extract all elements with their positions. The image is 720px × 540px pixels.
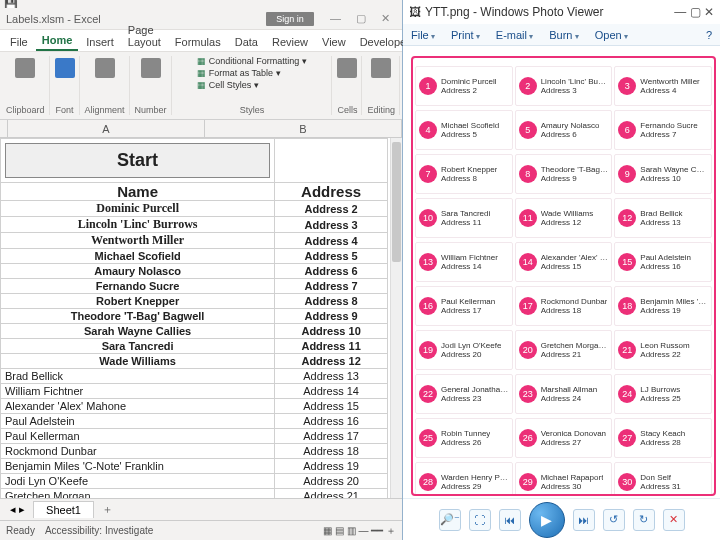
table-row[interactable]: Dominic PurcellAddress 2 xyxy=(1,201,388,217)
menu-print[interactable]: Print xyxy=(451,29,480,41)
view-controls[interactable]: ▦ ▤ ▥ — ━━ ＋ xyxy=(323,524,396,538)
cell-address[interactable]: Address 15 xyxy=(275,399,388,414)
cell-name[interactable]: Amaury Nolasco xyxy=(1,264,275,279)
table-row[interactable]: Sarah Wayne CalliesAddress 10 xyxy=(1,324,388,339)
add-sheet-button[interactable]: ＋ xyxy=(102,502,113,517)
table-row[interactable]: Robert KnepperAddress 8 xyxy=(1,294,388,309)
vertical-scrollbar[interactable] xyxy=(390,138,402,498)
menu-burn[interactable]: Burn xyxy=(549,29,578,41)
table-row[interactable]: Theodore 'T-Bag' BagwellAddress 9 xyxy=(1,309,388,324)
tab-insert[interactable]: Insert xyxy=(80,33,120,51)
table-row[interactable]: Paul AdelsteinAddress 16 xyxy=(1,414,388,429)
table-row[interactable]: Wade WilliamsAddress 12 xyxy=(1,354,388,369)
tab-data[interactable]: Data xyxy=(229,33,264,51)
window-controls[interactable]: — ▢ ✕ xyxy=(330,12,396,25)
tab-review[interactable]: Review xyxy=(266,33,314,51)
cell-address[interactable]: Address 5 xyxy=(275,249,388,264)
cell-address[interactable]: Address 19 xyxy=(275,459,388,474)
cell-address[interactable]: Address 4 xyxy=(275,233,388,249)
cell-name[interactable]: Michael Scofield xyxy=(1,249,275,264)
cell-name[interactable]: Alexander 'Alex' Mahone xyxy=(1,399,275,414)
table-row[interactable]: Rockmond DunbarAddress 18 xyxy=(1,444,388,459)
menu-open[interactable]: Open xyxy=(595,29,628,41)
cell-address[interactable]: Address 6 xyxy=(275,264,388,279)
cell-name[interactable]: Wentworth Miller xyxy=(1,233,275,249)
tab-view[interactable]: View xyxy=(316,33,352,51)
style-item[interactable]: Cell Styles ▾ xyxy=(197,80,307,90)
cell-address[interactable]: Address 18 xyxy=(275,444,388,459)
tab-home[interactable]: Home xyxy=(36,31,79,51)
cell-name[interactable]: Gretchen Morgan… xyxy=(1,489,275,499)
style-item[interactable]: Conditional Formatting ▾ xyxy=(197,56,307,66)
cell-name[interactable]: Brad Bellick xyxy=(1,369,275,384)
start-button[interactable]: Start xyxy=(5,143,270,178)
cell-address[interactable]: Address 3 xyxy=(275,217,388,233)
cell-name[interactable]: Sarah Wayne Callies xyxy=(1,324,275,339)
cell-address[interactable]: Address 11 xyxy=(275,339,388,354)
col-b[interactable]: B xyxy=(205,120,402,137)
table-row[interactable]: Lincoln 'Linc' BurrowsAddress 3 xyxy=(1,217,388,233)
font-icon[interactable] xyxy=(55,58,75,78)
table-row[interactable]: Sara TancrediAddress 11 xyxy=(1,339,388,354)
cell-address[interactable]: Address 12 xyxy=(275,354,388,369)
cell-address[interactable]: Address 10 xyxy=(275,324,388,339)
prev-icon[interactable]: ⏮ xyxy=(499,509,521,531)
align-icon[interactable] xyxy=(95,58,115,78)
cell-name[interactable]: Fernando Sucre xyxy=(1,279,275,294)
cell-name[interactable]: Paul Kellerman xyxy=(1,429,275,444)
cell-address[interactable]: Address 16 xyxy=(275,414,388,429)
table-row[interactable]: Benjamin Miles 'C-Note' FranklinAddress … xyxy=(1,459,388,474)
cell-address[interactable]: Address 14 xyxy=(275,384,388,399)
menu-file[interactable]: File xyxy=(411,29,435,41)
table-row[interactable]: Wentworth MillerAddress 4 xyxy=(1,233,388,249)
wpv-window-controls[interactable]: — ▢ ✕ xyxy=(674,5,714,19)
table-row[interactable]: Amaury NolascoAddress 6 xyxy=(1,264,388,279)
cell-address[interactable]: Address 17 xyxy=(275,429,388,444)
cell-name[interactable]: Benjamin Miles 'C-Note' Franklin xyxy=(1,459,275,474)
cell-name[interactable]: Robert Knepper xyxy=(1,294,275,309)
table-row[interactable]: Alexander 'Alex' MahoneAddress 15 xyxy=(1,399,388,414)
cell-address[interactable]: Address 9 xyxy=(275,309,388,324)
cell-name[interactable]: Sara Tancredi xyxy=(1,339,275,354)
cell-address[interactable]: Address 7 xyxy=(275,279,388,294)
table-row[interactable]: Michael ScofieldAddress 5 xyxy=(1,249,388,264)
cell-name[interactable]: Jodi Lyn O'Keefe xyxy=(1,474,275,489)
cells-icon[interactable] xyxy=(337,58,357,78)
cell-name[interactable]: William Fichtner xyxy=(1,384,275,399)
table-row[interactable]: Brad BellickAddress 13 xyxy=(1,369,388,384)
fit-icon[interactable]: ⛶ xyxy=(469,509,491,531)
signin-button[interactable]: Sign in xyxy=(266,12,314,26)
cell-name[interactable]: Rockmond Dunbar xyxy=(1,444,275,459)
cell-name[interactable]: Wade Williams xyxy=(1,354,275,369)
sheet-nav[interactable]: ◂ ▸ xyxy=(10,503,25,516)
grid-body[interactable]: Start NameAddress Dominic PurcellAddress… xyxy=(0,138,402,498)
table-row[interactable]: Jodi Lyn O'KeefeAddress 20 xyxy=(1,474,388,489)
menu-e-mail[interactable]: E-mail xyxy=(496,29,533,41)
col-a[interactable]: A xyxy=(8,120,205,137)
cell-name[interactable]: Theodore 'T-Bag' Bagwell xyxy=(1,309,275,324)
tab-formulas[interactable]: Formulas xyxy=(169,33,227,51)
styles-list[interactable]: Conditional Formatting ▾Format as Table … xyxy=(197,56,307,90)
play-button[interactable]: ▶ xyxy=(529,502,565,538)
table-row[interactable]: Fernando SucreAddress 7 xyxy=(1,279,388,294)
cell-name[interactable]: Lincoln 'Linc' Burrows xyxy=(1,217,275,233)
table-row[interactable]: William FichtnerAddress 14 xyxy=(1,384,388,399)
cell-address[interactable]: Address 8 xyxy=(275,294,388,309)
editing-icon[interactable] xyxy=(371,58,391,78)
table-row[interactable]: Paul KellermanAddress 17 xyxy=(1,429,388,444)
paste-icon[interactable] xyxy=(15,58,35,78)
percent-icon[interactable] xyxy=(141,58,161,78)
rotate-ccw-icon[interactable]: ↺ xyxy=(603,509,625,531)
delete-icon[interactable]: ✕ xyxy=(663,509,685,531)
next-icon[interactable]: ⏭ xyxy=(573,509,595,531)
tab-file[interactable]: File xyxy=(4,33,34,51)
table-row[interactable]: Gretchen Morgan…Address 21 xyxy=(1,489,388,499)
cell-name[interactable]: Dominic Purcell xyxy=(1,201,275,217)
help-icon[interactable]: ? xyxy=(706,29,712,41)
tab-page-layout[interactable]: Page Layout xyxy=(122,21,167,51)
cell-address[interactable]: Address 13 xyxy=(275,369,388,384)
style-item[interactable]: Format as Table ▾ xyxy=(197,68,307,78)
cell-name[interactable]: Paul Adelstein xyxy=(1,414,275,429)
zoom-out-icon[interactable]: 🔎⁻ xyxy=(439,509,461,531)
cell-address[interactable]: Address 2 xyxy=(275,201,388,217)
